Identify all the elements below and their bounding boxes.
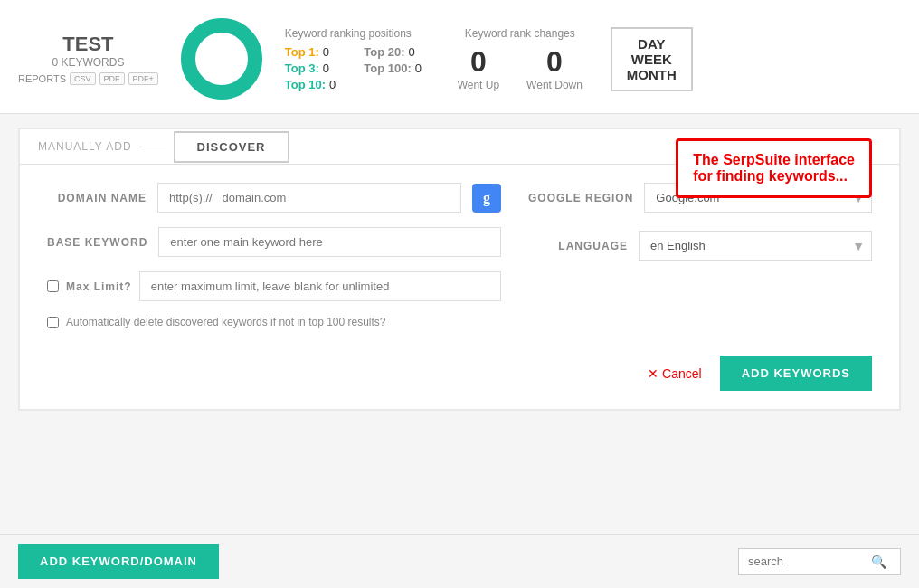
top1-item: Top 1: 0 [285,45,351,59]
tooltip-line1: The SerpSuite interface [693,152,855,168]
project-name: TEST [18,33,158,56]
period-week[interactable]: WEEK [627,52,677,67]
reports-row: REPORTS CSV PDF PDF+ [18,72,158,85]
csv-icon[interactable]: CSV [70,72,96,85]
footer-bar: ADD KEYWORD/DOMAIN 🔍 [0,534,919,588]
changes-row: 0 Went Up 0 Went Down [448,45,592,91]
base-keyword-label: BASE KEYWORD [47,236,147,249]
max-limit-label: Max Limit? [66,280,132,293]
top1-label: Top 1: [285,45,319,59]
tooltip-line2: for finding keywords... [693,168,855,185]
auto-delete-checkbox[interactable] [47,317,59,328]
language-label: LANGUAGE [528,240,628,252]
top3-item: Top 3: 0 [285,62,351,75]
language-row: LANGUAGE en English es Spanish fr French… [528,231,872,261]
form-right: GOOGLE REGION Google.com Google.co.uk Go… [528,183,872,328]
top10-value: 0 [329,78,336,91]
went-up-value: 0 [458,45,499,79]
went-down-value: 0 [526,45,583,79]
tab-manually-add[interactable]: MANUALLY ADD [38,129,132,164]
cancel-label: Cancel [662,366,702,381]
top3-label: Top 3: [285,62,319,75]
top1-value: 0 [323,45,329,59]
cancel-x-icon: ✕ [648,366,658,381]
top100-value: 0 [415,62,422,75]
pdf-plus-icon[interactable]: PDF+ [128,72,158,85]
cancel-button[interactable]: ✕ Cancel [648,366,702,381]
donut-ring [181,18,262,100]
top10-item: Top 10: 0 [285,78,351,91]
add-keyword-domain-button[interactable]: ADD KEYWORD/DOMAIN [18,544,219,579]
add-keywords-button[interactable]: ADD KEYWORDS [720,356,872,391]
auto-delete-text: Automatically delete discovered keywords… [66,316,386,328]
main-area: MANUALLY ADD DISCOVER The SerpSuite inte… [0,114,919,424]
period-month[interactable]: MONTH [627,67,677,82]
top100-label: Top 100: [364,62,412,75]
header: TEST 0 KEYWORDS REPORTS CSV PDF PDF+ Key… [0,0,919,114]
max-limit-row: Max Limit? [47,271,501,301]
top3-value: 0 [323,62,329,75]
search-input[interactable] [748,555,866,568]
domain-name-label: DOMAIN NAME [47,192,147,204]
keywords-count: 0 KEYWORDS [18,56,158,69]
language-select[interactable]: en English es Spanish fr French de Germa… [639,231,872,261]
went-down-label: Went Down [526,79,583,91]
project-section: TEST 0 KEYWORDS REPORTS CSV PDF PDF+ [18,33,158,85]
base-keyword-row: BASE KEYWORD [47,227,501,257]
form-left: DOMAIN NAME g BASE KEYWORD Max Limit? [47,183,501,328]
tab-discover[interactable]: DISCOVER [174,131,289,163]
domain-name-input[interactable] [157,183,461,213]
tabs-row: MANUALLY ADD DISCOVER The SerpSuite inte… [20,129,899,165]
auto-delete-row: Automatically delete discovered keywords… [47,316,501,328]
period-day[interactable]: DAY [627,36,677,52]
changes-section: Keyword rank changes 0 Went Up 0 Went Do… [448,27,592,91]
changes-title: Keyword rank changes [448,27,592,40]
max-limit-checkbox[interactable] [47,280,59,292]
max-limit-input[interactable] [139,271,501,301]
reports-label: REPORTS [18,73,66,84]
form-panel: MANUALLY ADD DISCOVER The SerpSuite inte… [18,128,901,411]
google-region-label: GOOGLE REGION [528,192,633,204]
top20-item: Top 20: 0 [364,45,430,59]
tab-line-divider [139,147,166,147]
top10-label: Top 10: [285,78,326,91]
pdf-icon[interactable]: PDF [99,72,125,85]
donut-chart [176,14,267,104]
google-button[interactable]: g [472,184,501,213]
went-down-item: 0 Went Down [526,45,583,91]
went-up-item: 0 Went Up [458,45,499,91]
language-wrapper: en English es Spanish fr French de Germa… [639,231,872,261]
domain-name-row: DOMAIN NAME g [47,183,501,213]
base-keyword-input[interactable] [158,227,501,257]
search-wrapper: 🔍 [738,548,901,575]
action-row: ✕ Cancel ADD KEYWORDS [20,346,899,409]
search-icon: 🔍 [871,555,886,569]
top100-item: Top 100: 0 [364,62,430,75]
ranking-title: Keyword ranking positions [285,27,430,40]
ranking-section: Keyword ranking positions Top 1: 0 Top 2… [285,27,430,91]
period-section[interactable]: DAY WEEK MONTH [611,27,693,91]
went-up-label: Went Up [458,79,499,91]
tooltip-box: The SerpSuite interface for finding keyw… [676,138,872,198]
top20-value: 0 [409,45,415,59]
top20-label: Top 20: [364,45,404,59]
ranking-grid: Top 1: 0 Top 20: 0 Top 3: 0 Top 100: 0 T… [285,45,430,91]
